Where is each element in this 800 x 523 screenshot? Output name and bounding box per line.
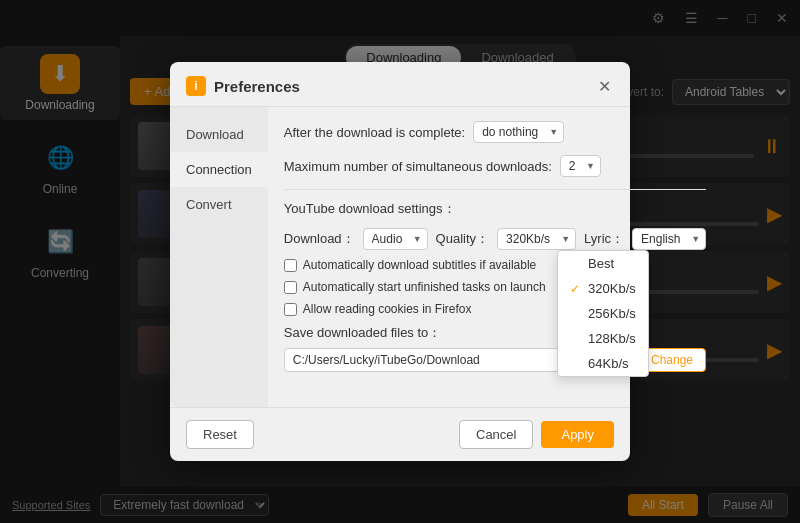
auto-subtitle-label: Automatically download subtitles if avai… [303,258,536,272]
download-type-select-wrapper: Audio [363,228,428,250]
modal-logo-icon: i [186,76,206,96]
modal-main-content: After the download is complete: do nothi… [268,107,722,407]
after-download-select-wrapper: do nothing [473,121,564,143]
cancel-button[interactable]: Cancel [459,420,533,449]
after-download-label: After the download is complete: [284,125,465,140]
quality-label: Quality： [436,230,489,248]
firefox-cookies-checkbox[interactable] [284,303,297,316]
after-download-select[interactable]: do nothing [473,121,564,143]
yt-settings-label: YouTube download settings： [284,200,706,218]
lyric-label: Lyric： [584,230,624,248]
quality-option-256[interactable]: 256Kb/s [558,301,648,326]
nav-item-connection[interactable]: Connection [170,152,268,187]
apply-button[interactable]: Apply [541,421,614,448]
lyric-select[interactable]: English [632,228,706,250]
download-type-select[interactable]: Audio [363,228,428,250]
modal-header: i Preferences ✕ [170,62,630,107]
quality-option-320[interactable]: ✓ 320Kb/s [558,276,648,301]
reset-button[interactable]: Reset [186,420,254,449]
quality-select[interactable]: 320Kb/s [497,228,576,250]
max-downloads-row: Maximum number of simultaneous downloads… [284,155,706,177]
quality-option-best[interactable]: Best [558,251,648,276]
modal-close-button[interactable]: ✕ [594,76,614,96]
max-downloads-select[interactable]: 2 [560,155,601,177]
modal-overlay: i Preferences ✕ Download Connection Conv… [0,0,800,523]
lyric-select-wrapper: English [632,228,706,250]
auto-subtitle-checkbox[interactable] [284,259,297,272]
modal-sidebar: Download Connection Convert [170,107,268,407]
nav-item-download[interactable]: Download [170,117,268,152]
preferences-modal: i Preferences ✕ Download Connection Conv… [170,62,630,461]
firefox-cookies-label: Allow reading cookies in Firefox [303,302,472,316]
max-downloads-label: Maximum number of simultaneous downloads… [284,159,552,174]
after-download-row: After the download is complete: do nothi… [284,121,706,143]
quality-option-64[interactable]: 64Kb/s [558,351,648,376]
divider [284,189,706,190]
quality-dropdown-popup: Best ✓ 320Kb/s 256Kb/s [557,250,649,377]
max-downloads-select-wrapper: 2 [560,155,601,177]
quality-select-wrapper: 320Kb/s Best ✓ 320Kb/s [497,228,576,250]
modal-footer: Reset Cancel Apply [170,407,630,461]
yt-settings-row: Download： Audio Quality： 320Kb/s [284,228,706,250]
modal-body: Download Connection Convert After the do… [170,107,630,407]
auto-unfinished-label: Automatically start unfinished tasks on … [303,280,546,294]
modal-title: Preferences [214,78,586,95]
auto-unfinished-checkbox[interactable] [284,281,297,294]
nav-item-convert[interactable]: Convert [170,187,268,222]
download-label: Download： [284,230,355,248]
quality-option-128[interactable]: 128Kb/s [558,326,648,351]
